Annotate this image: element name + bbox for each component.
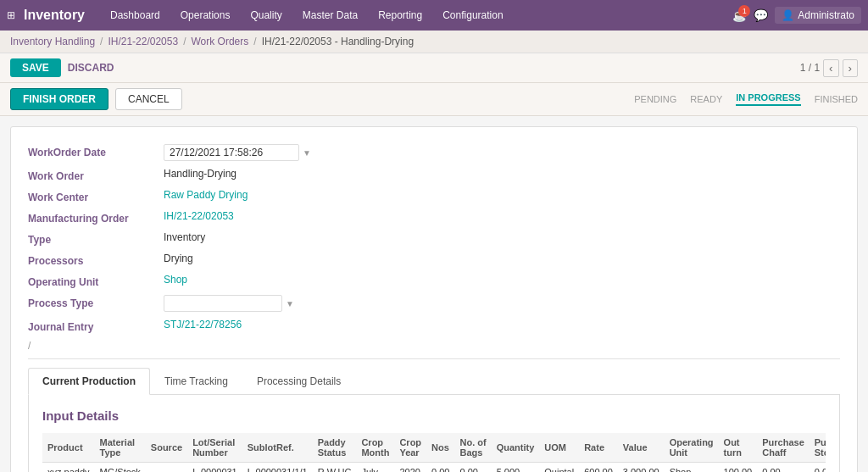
nav-operations[interactable]: Operations xyxy=(172,6,239,25)
user-menu-button[interactable]: 👤 Administrato xyxy=(775,7,861,24)
work-center-row: Work Center Raw Paddy Drying xyxy=(28,189,840,203)
operating-unit-value: Shop xyxy=(164,274,840,286)
breadcrumb-sep-2: / xyxy=(183,36,186,47)
main-content: WorkOrder Date ▼ Work Order Handling-Dry… xyxy=(0,116,868,472)
nav-reporting[interactable]: Reporting xyxy=(370,6,431,25)
cancel-button[interactable]: CANCEL xyxy=(115,88,182,110)
manufacturing-order-value: IH/21-22/02053 xyxy=(164,210,840,222)
tab-time-tracking[interactable]: Time Tracking xyxy=(150,368,242,395)
chat-button[interactable]: 💬 xyxy=(754,8,768,22)
status-in-progress[interactable]: IN PROGRESS xyxy=(736,92,800,106)
table-header: Product MaterialType Source Lot/SerialNu… xyxy=(42,433,826,463)
nav-configuration[interactable]: Configuration xyxy=(434,6,511,25)
cell-quantity: 5.000 xyxy=(492,463,540,473)
cell-sublot: L-0000031/1/1 xyxy=(242,463,313,473)
operating-unit-link[interactable]: Shop xyxy=(164,274,187,286)
cell-no-bags: 0.00 xyxy=(455,463,492,473)
process-type-label: Process Type xyxy=(28,295,164,309)
form-divider xyxy=(28,358,840,359)
journal-entry-link[interactable]: STJ/21-22/78256 xyxy=(164,319,242,330)
col-rate: Rate xyxy=(579,433,618,463)
tab-processing-details[interactable]: Processing Details xyxy=(242,368,355,395)
col-purchase-stone: PurchaseStone xyxy=(810,433,826,463)
cell-purchase-chaff: 0.00 xyxy=(757,463,810,473)
manufacturing-order-label: Manufacturing Order xyxy=(28,210,164,225)
app-grid-icon[interactable]: ⊞ xyxy=(7,9,15,21)
cell-source xyxy=(146,463,187,473)
discard-button[interactable]: DISCARD xyxy=(68,62,114,74)
breadcrumb-current: IH/21-22/02053 - Handling-Drying xyxy=(262,36,414,47)
tab-current-production[interactable]: Current Production xyxy=(28,368,150,395)
breadcrumb-sep-1: / xyxy=(100,36,103,47)
workorder-date-label: WorkOrder Date xyxy=(28,144,164,158)
form-card: WorkOrder Date ▼ Work Order Handling-Dry… xyxy=(10,126,858,472)
col-sublot: SublotRef. xyxy=(242,433,313,463)
process-type-value: ▼ xyxy=(164,295,840,312)
breadcrumb-order-id[interactable]: IH/21-22/02053 xyxy=(108,36,178,47)
col-purchase-chaff: PurchaseChaff xyxy=(757,433,810,463)
processors-row: Processors Drying xyxy=(28,253,840,267)
save-button[interactable]: SAVE xyxy=(10,58,61,77)
col-paddy-status: PaddyStatus xyxy=(313,433,357,463)
tabs: Current Production Time Tracking Process… xyxy=(28,368,840,395)
finish-order-button[interactable]: FINISH ORDER xyxy=(10,88,108,110)
process-type-input[interactable] xyxy=(164,295,282,312)
type-value: Inventory xyxy=(164,231,840,243)
cell-lot-serial: L-0000031 xyxy=(187,463,242,473)
cell-operating-unit: Shop xyxy=(665,463,719,473)
nav-master-data[interactable]: Master Data xyxy=(294,6,366,25)
type-label: Type xyxy=(28,231,164,246)
date-dropdown-icon[interactable]: ▼ xyxy=(303,148,311,158)
col-operating-unit: OperatingUnit xyxy=(665,433,719,463)
next-record-button[interactable]: › xyxy=(843,59,858,77)
workorder-date-input[interactable] xyxy=(164,144,299,161)
breadcrumb-work-orders[interactable]: Work Orders xyxy=(191,36,248,47)
col-no-bags: No. ofBags xyxy=(455,433,492,463)
cell-value: 3,000.00 xyxy=(618,463,665,473)
work-center-label: Work Center xyxy=(28,189,164,203)
page-info: 1 / 1 xyxy=(800,62,820,74)
col-value: Value xyxy=(618,433,665,463)
work-center-value: Raw Paddy Drying xyxy=(164,189,840,201)
col-source: Source xyxy=(146,433,187,463)
process-type-dropdown-icon[interactable]: ▼ xyxy=(286,299,294,308)
operating-unit-label: Operating Unit xyxy=(28,274,164,288)
notification-badge: 1 xyxy=(738,5,750,17)
cell-paddy-status: R.W.UC xyxy=(313,463,357,473)
nav-right: ☕ 1 💬 👤 Administrato xyxy=(732,7,861,24)
nav-quality[interactable]: Quality xyxy=(242,6,290,25)
cell-rate: 600.00 xyxy=(579,463,618,473)
notifications-button[interactable]: ☕ 1 xyxy=(732,8,747,22)
app-title: Inventory xyxy=(24,8,85,23)
status-pending[interactable]: PENDING xyxy=(634,94,676,104)
user-avatar-icon: 👤 xyxy=(782,9,794,21)
nav-dashboard[interactable]: Dashboard xyxy=(102,6,169,25)
work-center-link[interactable]: Raw Paddy Drying xyxy=(164,189,248,201)
cell-material-type: MG/Stock xyxy=(95,463,146,473)
input-details-title: Input Details xyxy=(42,408,826,423)
table-wrapper: Product MaterialType Source Lot/SerialNu… xyxy=(42,433,826,472)
slash-divider: / xyxy=(28,340,840,352)
header-row: Product MaterialType Source Lot/SerialNu… xyxy=(42,433,826,463)
operating-unit-row: Operating Unit Shop xyxy=(28,274,840,288)
table-body: xyz paddy MG/Stock L-0000031 L-0000031/1… xyxy=(42,463,826,473)
work-order-row: Work Order Handling-Drying xyxy=(28,168,840,182)
workorder-date-value: ▼ xyxy=(164,144,840,161)
input-details-table: Product MaterialType Source Lot/SerialNu… xyxy=(42,433,826,472)
status-finished[interactable]: FINISHED xyxy=(815,94,858,104)
prev-record-button[interactable]: ‹ xyxy=(823,59,838,77)
status-ready[interactable]: READY xyxy=(690,94,722,104)
manufacturing-order-link[interactable]: IH/21-22/02053 xyxy=(164,210,234,222)
manufacturing-order-row: Manufacturing Order IH/21-22/02053 xyxy=(28,210,840,225)
nav-menu: Dashboard Operations Quality Master Data… xyxy=(102,6,732,25)
col-quantity: Quantity xyxy=(492,433,540,463)
breadcrumb-inventory-handling[interactable]: Inventory Handling xyxy=(10,36,95,47)
top-navigation: ⊞ Inventory Dashboard Operations Quality… xyxy=(0,0,868,31)
workorder-date-row: WorkOrder Date ▼ xyxy=(28,144,840,161)
col-nos: Nos xyxy=(426,433,454,463)
cell-crop-year: 2020 xyxy=(394,463,426,473)
breadcrumb-sep-3: / xyxy=(253,36,256,47)
processors-label: Processors xyxy=(28,253,164,267)
work-order-label: Work Order xyxy=(28,168,164,182)
table-row: xyz paddy MG/Stock L-0000031 L-0000031/1… xyxy=(42,463,826,473)
